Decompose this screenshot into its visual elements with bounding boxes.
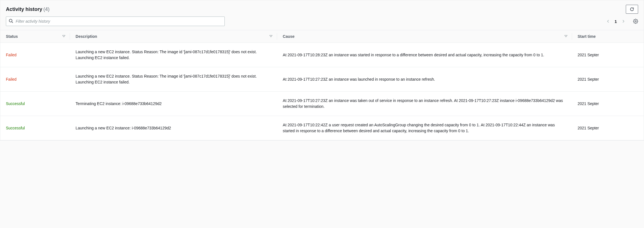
pagination: 1 — [606, 19, 638, 24]
table-scroll[interactable]: Status Description Cause — [0, 30, 644, 140]
filter-input[interactable] — [6, 17, 225, 26]
gear-icon — [633, 19, 638, 24]
svg-point-0 — [9, 19, 12, 22]
refresh-button[interactable] — [626, 5, 638, 14]
filter-icon — [62, 34, 65, 39]
cause-cell: At 2021-09-17T10:27:23Z an instance was … — [277, 92, 572, 116]
cause-cell: At 2021-09-17T10:22:42Z a user request c… — [277, 116, 572, 140]
refresh-icon — [630, 7, 634, 11]
col-start-time[interactable]: Start time — [572, 30, 644, 43]
panel-title-wrap: Activity history (4) — [6, 6, 50, 12]
panel-header: Activity history (4) — [0, 0, 644, 17]
description-cell: Launching a new EC2 instance: i-09688e73… — [70, 116, 277, 140]
settings-button[interactable] — [633, 19, 638, 24]
filter-icon — [564, 34, 568, 39]
activity-history-panel: Activity history (4) 1 — [0, 0, 644, 141]
start-time-cell: 2021 Septer — [572, 92, 644, 116]
col-description-label: Description — [76, 34, 97, 39]
col-status-label: Status — [6, 34, 18, 39]
col-status[interactable]: Status — [0, 30, 70, 43]
table-row: SuccessfulTerminating EC2 instance: i-09… — [0, 92, 644, 116]
start-time-cell: 2021 Septer — [572, 67, 644, 92]
next-page-button[interactable] — [621, 19, 625, 23]
start-time-cell: 2021 Septer — [572, 43, 644, 67]
toolbar: 1 — [0, 17, 644, 30]
cause-cell: At 2021-09-17T10:28:23Z an instance was … — [277, 43, 572, 67]
filter-icon — [269, 34, 273, 39]
table-row: SuccessfulLaunching a new EC2 instance: … — [0, 116, 644, 140]
table-row: FailedLaunching a new EC2 instance. Stat… — [0, 67, 644, 92]
search-wrap — [6, 17, 225, 26]
search-icon — [9, 19, 13, 24]
col-cause-label: Cause — [283, 34, 294, 39]
activity-table: Status Description Cause — [0, 30, 644, 140]
col-description[interactable]: Description — [70, 30, 277, 43]
cause-cell: At 2021-09-17T10:27:23Z an instance was … — [277, 67, 572, 92]
chevron-left-icon — [606, 19, 610, 23]
panel-title: Activity history — [6, 6, 42, 12]
start-time-cell: 2021 Septer — [572, 116, 644, 140]
svg-line-1 — [12, 22, 13, 23]
prev-page-button[interactable] — [606, 19, 610, 23]
description-cell: Launching a new EC2 instance. Status Rea… — [70, 43, 277, 67]
description-cell: Terminating EC2 instance: i-09688e733b64… — [70, 92, 277, 116]
description-cell: Launching a new EC2 instance. Status Rea… — [70, 67, 277, 92]
col-cause[interactable]: Cause — [277, 30, 572, 43]
status-cell: Successful — [0, 92, 70, 116]
page-number: 1 — [615, 19, 617, 24]
chevron-right-icon — [621, 19, 625, 23]
panel-count: (4) — [43, 6, 50, 12]
col-start-time-label: Start time — [578, 34, 596, 39]
status-cell: Successful — [0, 116, 70, 140]
table-header-row: Status Description Cause — [0, 30, 644, 43]
status-cell: Failed — [0, 43, 70, 67]
table-row: FailedLaunching a new EC2 instance. Stat… — [0, 43, 644, 67]
svg-point-2 — [635, 21, 636, 22]
status-cell: Failed — [0, 67, 70, 92]
